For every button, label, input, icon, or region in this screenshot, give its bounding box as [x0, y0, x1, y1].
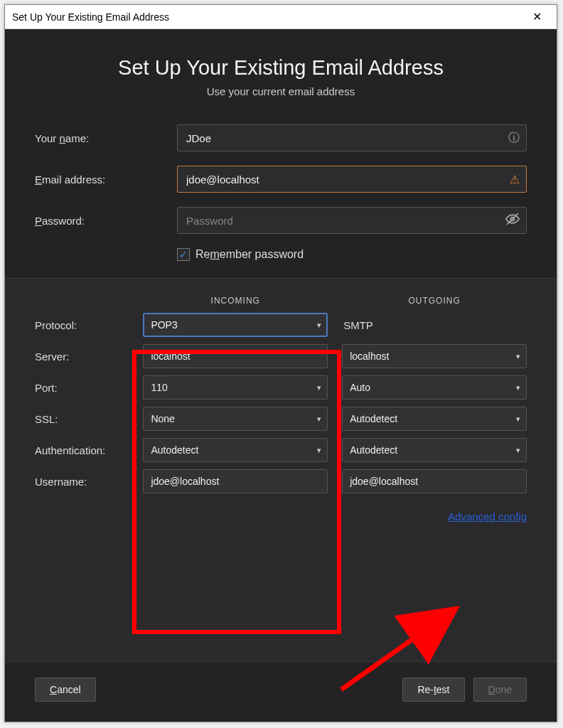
- done-button[interactable]: Done: [473, 678, 527, 702]
- incoming-port-select[interactable]: 110 ▾: [143, 375, 328, 400]
- auth-label: Authentication:: [35, 444, 143, 456]
- auth-row: Authentication: Autodetect ▾ Autodetect …: [35, 438, 527, 462]
- incoming-protocol-select[interactable]: POP3 ▾: [143, 313, 328, 337]
- header: Set Up Your Existing Email Address Use y…: [5, 29, 557, 117]
- eye-off-icon[interactable]: [505, 212, 520, 229]
- port-label: Port:: [35, 382, 143, 394]
- email-input[interactable]: [177, 166, 527, 193]
- advanced-config-row: Advanced config: [35, 510, 527, 523]
- protocol-label: Protocol:: [35, 319, 143, 331]
- close-icon: ✕: [532, 10, 542, 23]
- email-row: Email address: ⚠: [35, 166, 527, 193]
- server-panel: INCOMING OUTGOING Protocol: POP3 ▾ SMTP …: [5, 278, 557, 661]
- outgoing-protocol-value: SMTP: [342, 319, 527, 331]
- chevron-down-icon: ▾: [317, 414, 321, 424]
- incoming-username-input[interactable]: jdoe@localhost: [143, 469, 328, 493]
- password-input[interactable]: [177, 207, 527, 234]
- form-upper: Your name: ⓘ Email address: ⚠ Passwo: [5, 117, 557, 278]
- column-headers: INCOMING OUTGOING: [35, 296, 527, 306]
- chevron-down-icon: ▾: [317, 446, 321, 455]
- server-row: Server: localhost localhost ▾: [35, 344, 527, 368]
- chevron-down-icon: ▾: [516, 352, 520, 361]
- outgoing-ssl-select[interactable]: Autodetect ▾: [342, 407, 527, 431]
- password-row: Password:: [35, 207, 527, 234]
- outgoing-username-input[interactable]: jdoe@localhost: [342, 469, 527, 493]
- incoming-server-input[interactable]: localhost: [143, 344, 328, 368]
- close-button[interactable]: ✕: [522, 7, 551, 27]
- warning-icon: ⚠: [510, 173, 520, 186]
- remember-label: Remember password: [195, 248, 304, 261]
- setup-window: Set Up Your Existing Email Address ✕ Set…: [4, 4, 557, 722]
- incoming-header: INCOMING: [143, 296, 328, 306]
- info-icon: ⓘ: [508, 131, 520, 146]
- page-title: Set Up Your Existing Email Address: [19, 56, 542, 80]
- name-input[interactable]: [177, 124, 527, 151]
- chevron-down-icon: ▾: [516, 414, 520, 424]
- remember-checkbox[interactable]: ✓: [177, 248, 190, 261]
- port-row: Port: 110 ▾ Auto ▾: [35, 375, 527, 400]
- password-label: Password:: [35, 215, 177, 227]
- outgoing-port-select[interactable]: Auto ▾: [342, 375, 527, 400]
- chevron-down-icon: ▾: [516, 446, 520, 455]
- cancel-button[interactable]: Cancel: [35, 678, 96, 702]
- chevron-down-icon: ▾: [317, 321, 321, 330]
- incoming-auth-select[interactable]: Autodetect ▾: [143, 438, 328, 462]
- name-label: Your name:: [35, 132, 177, 144]
- outgoing-server-select[interactable]: localhost ▾: [342, 344, 527, 368]
- remember-row: ✓ Remember password: [35, 248, 527, 261]
- ssl-row: SSL: None ▾ Autodetect ▾: [35, 407, 527, 431]
- outgoing-auth-select[interactable]: Autodetect ▾: [342, 438, 527, 462]
- protocol-row: Protocol: POP3 ▾ SMTP: [35, 313, 527, 337]
- retest-button[interactable]: Re-test: [402, 678, 464, 702]
- titlebar: Set Up Your Existing Email Address ✕: [5, 5, 557, 29]
- username-label: Username:: [35, 476, 143, 488]
- username-row: Username: jdoe@localhost jdoe@localhost: [35, 469, 527, 493]
- outgoing-header: OUTGOING: [342, 296, 527, 306]
- server-label: Server:: [35, 350, 143, 363]
- name-row: Your name: ⓘ: [35, 124, 527, 151]
- page-subtitle: Use your current email address: [19, 85, 542, 97]
- chevron-down-icon: ▾: [317, 383, 321, 392]
- window-title: Set Up Your Existing Email Address: [12, 11, 522, 23]
- content-area: Set Up Your Existing Email Address Use y…: [5, 29, 557, 722]
- chevron-down-icon: ▾: [516, 383, 520, 392]
- advanced-config-link[interactable]: Advanced config: [448, 510, 527, 523]
- email-label: Email address:: [35, 173, 177, 186]
- ssl-label: SSL:: [35, 413, 143, 425]
- footer: Cancel Re-test Done: [5, 661, 557, 722]
- incoming-ssl-select[interactable]: None ▾: [143, 407, 328, 431]
